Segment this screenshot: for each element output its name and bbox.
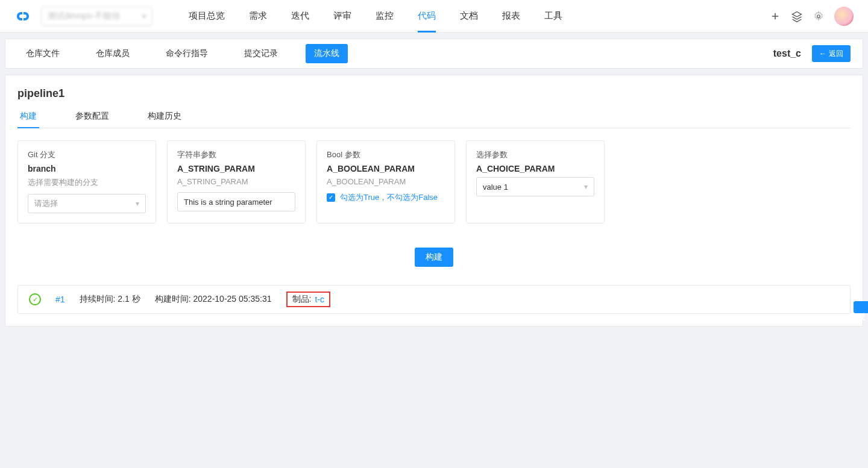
subtab-label: 流水线 [314,48,339,59]
chevron-down-icon: ▾ [136,199,139,208]
project-selector-label: 测试devops-不能动 [48,11,120,22]
tab-review[interactable]: 评审 [333,0,351,33]
pipeline-title: pipeline1 [17,87,851,100]
layers-icon[interactable] [791,10,803,22]
project-selector[interactable]: 测试devops-不能动 ▾ [41,7,153,26]
top-right-actions [769,7,854,26]
logo [14,10,31,23]
build-time-value: 2022-10-25 05:35:31 [193,294,272,304]
subnav-tabs: 仓库文件 仓库成员 命令行指导 提交记录 流水线 [17,44,348,63]
subnav-right: test_c ← 返回 [773,45,851,62]
build-time-label: 构建时间: [155,294,191,304]
repo-name: test_c [773,48,801,59]
param-card-bool: Bool 参数 A_BOOLEAN_PARAM A_BOOLEAN_PARAM … [316,140,455,223]
chevron-down-icon: ▾ [584,183,588,191]
param-desc: 选择需要构建的分支 [28,177,146,188]
tab-label: 工具 [544,10,562,22]
param-type-label: Git 分支 [28,149,146,160]
choice-param-selected: value 1 [483,183,508,192]
param-name: A_BOOLEAN_PARAM [327,164,445,173]
param-name: A_CHOICE_PARAM [476,164,594,173]
tab-reports[interactable]: 报表 [502,0,520,33]
back-button[interactable]: ← 返回 [812,45,851,62]
build-button[interactable]: 构建 [415,248,453,267]
main-tabs: 项目总览 需求 迭代 评审 监控 代码 文档 报表 工具 [189,0,562,33]
subtab-label: 提交记录 [244,48,278,59]
duration-value: 2.1 秒 [118,294,140,304]
tab-overview[interactable]: 项目总览 [189,0,225,33]
avatar[interactable] [834,7,854,26]
tab-label: 代码 [418,10,436,22]
chevron-down-icon: ▾ [142,12,146,20]
artifact-label: 制品: [292,294,312,305]
inner-tab-label: 构建 [20,111,37,120]
checkbox-checked-icon: ✓ [327,193,335,202]
param-card-string: 字符串参数 A_STRING_PARAM A_STRING_PARAM This… [167,140,306,223]
param-name: A_STRING_PARAM [177,164,295,173]
gear-icon[interactable] [813,10,825,22]
svg-point-0 [817,14,820,17]
tab-label: 报表 [502,10,520,22]
tab-code[interactable]: 代码 [418,0,436,33]
pipeline-panel: pipeline1 构建 参数配置 构建历史 Git 分支 branch 选择需… [5,75,863,326]
artifact-highlight: 制品: t-c [286,292,330,307]
tab-docs[interactable]: 文档 [460,0,478,33]
arrow-left-icon: ← [819,49,826,58]
tab-label: 监控 [376,10,394,22]
subtab-label: 命令行指导 [166,48,208,59]
subtab-cli-guide[interactable]: 命令行指导 [157,44,216,63]
subtab-commits[interactable]: 提交记录 [236,44,286,63]
subtab-label: 仓库成员 [96,48,130,59]
string-param-value: This is a string parameter [184,198,272,207]
tab-requirements[interactable]: 需求 [249,0,267,33]
inner-tab-label: 构建历史 [148,111,181,120]
plus-icon[interactable] [769,10,781,22]
back-button-label: 返回 [829,49,843,59]
subtab-label: 仓库文件 [26,48,60,59]
param-cards: Git 分支 branch 选择需要构建的分支 请选择 ▾ 字符串参数 A_ST… [17,140,851,223]
param-card-git-branch: Git 分支 branch 选择需要构建的分支 请选择 ▾ [17,140,156,223]
subtab-repo-members[interactable]: 仓库成员 [87,44,138,63]
build-time: 构建时间: 2022-10-25 05:35:31 [155,294,272,305]
artifact-link[interactable]: t-c [315,295,324,304]
tab-label: 项目总览 [189,10,225,22]
inner-tab-params[interactable]: 参数配置 [73,111,112,128]
build-id-link[interactable]: #1 [55,295,65,304]
build-button-label: 构建 [426,252,442,261]
bool-param-checkbox[interactable]: ✓ 勾选为True，不勾选为False [327,192,445,203]
feedback-widget[interactable]: 反馈 [854,301,868,313]
branch-select-placeholder: 请选择 [34,198,58,209]
inner-tab-label: 参数配置 [75,111,109,120]
inner-tab-build[interactable]: 构建 [17,111,39,128]
choice-param-select[interactable]: value 1 ▾ [476,177,594,196]
subtab-pipeline[interactable]: 流水线 [306,44,348,63]
param-type-label: 选择参数 [476,149,594,160]
feedback-label: 反馈 [857,306,866,308]
bool-param-label: 勾选为True，不勾选为False [340,192,438,203]
subtab-repo-files[interactable]: 仓库文件 [17,44,68,63]
duration-label: 持续时间: [80,294,116,304]
param-type-label: Bool 参数 [327,149,445,160]
branch-select[interactable]: 请选择 ▾ [28,194,146,213]
status-success-icon: ✓ [29,293,41,305]
tab-label: 迭代 [291,10,309,22]
param-name: branch [28,164,146,173]
tab-iteration[interactable]: 迭代 [291,0,309,33]
duration: 持续时间: 2.1 秒 [80,294,140,305]
inner-tab-history[interactable]: 构建历史 [145,111,184,128]
param-desc: A_BOOLEAN_PARAM [327,177,445,186]
string-param-input[interactable]: This is a string parameter [177,192,295,211]
param-card-choice: 选择参数 A_CHOICE_PARAM value 1 ▾ [466,140,605,223]
pipeline-inner-tabs: 构建 参数配置 构建历史 [17,111,851,128]
param-desc: A_STRING_PARAM [177,177,295,186]
tab-monitor[interactable]: 监控 [376,0,394,33]
param-type-label: 字符串参数 [177,149,295,160]
tab-label: 评审 [333,10,351,22]
tab-label: 需求 [249,10,267,22]
build-result-row: ✓ #1 持续时间: 2.1 秒 构建时间: 2022-10-25 05:35:… [17,285,851,314]
code-subnav: 仓库文件 仓库成员 命令行指导 提交记录 流水线 test_c ← 返回 [5,39,863,69]
top-nav: 测试devops-不能动 ▾ 项目总览 需求 迭代 评审 监控 代码 文档 报表… [0,0,868,33]
tab-label: 文档 [460,10,478,22]
build-button-row: 构建 [17,248,851,267]
tab-tools[interactable]: 工具 [544,0,562,33]
